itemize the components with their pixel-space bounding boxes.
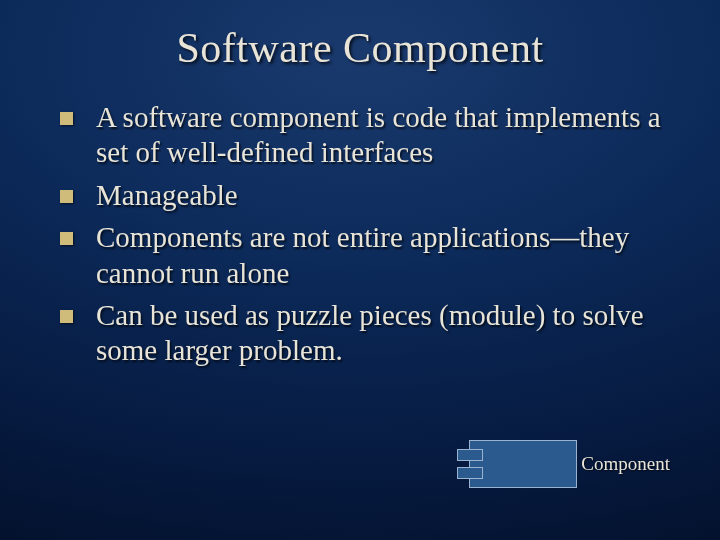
bullet-text: Manageable [96,179,238,211]
bullet-text: Components are not entire applications—t… [96,221,629,288]
bullet-icon [60,310,73,323]
bullet-list: A software component is code that implem… [42,100,678,369]
list-item: Manageable [60,178,670,213]
component-icon [469,440,577,488]
list-item: A software component is code that implem… [60,100,670,171]
bullet-text: A software component is code that implem… [96,101,661,168]
component-label: Component [581,453,670,475]
bullet-icon [60,112,73,125]
bullet-icon [60,190,73,203]
bullet-icon [60,232,73,245]
component-notch-icon [457,467,483,479]
component-diagram: Component [469,440,670,488]
slide: Software Component A software component … [0,0,720,540]
list-item: Can be used as puzzle pieces (module) to… [60,298,670,369]
component-notch-icon [457,449,483,461]
list-item: Components are not entire applications—t… [60,220,670,291]
bullet-text: Can be used as puzzle pieces (module) to… [96,299,644,366]
slide-title: Software Component [42,24,678,72]
